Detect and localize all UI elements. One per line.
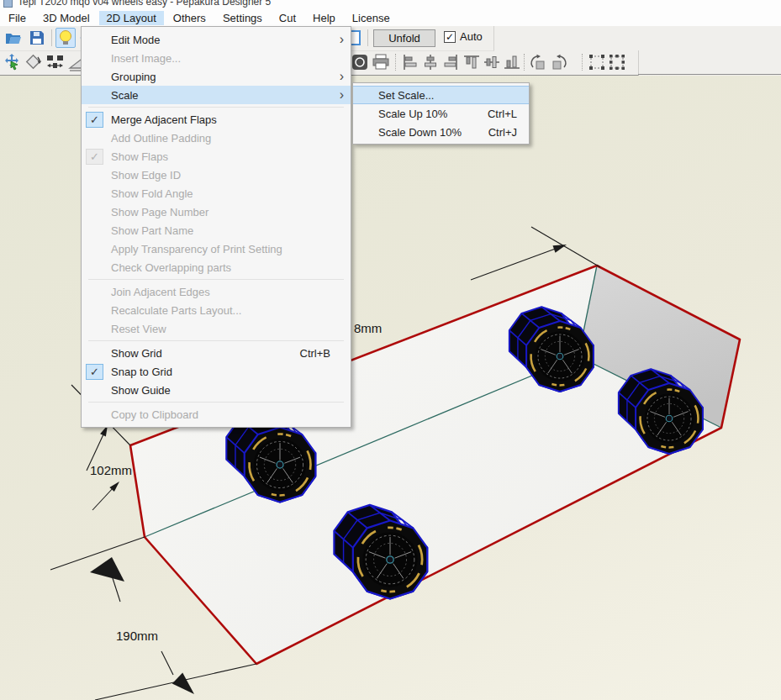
2d-layout-menu: Edit Mode › Insert Image... Grouping › S… — [81, 26, 351, 428]
submenu-item-set-scale[interactable]: Set Scale... — [353, 86, 529, 104]
menu-separator — [88, 340, 344, 341]
menubar-file[interactable]: File — [1, 11, 34, 25]
menu-item-copy-to-clipboard[interactable]: Copy to Clipboard — [82, 405, 351, 424]
align-bottom-icon[interactable] — [502, 52, 522, 72]
shortcut-label: Ctrl+B — [300, 347, 344, 360]
toolbar-separator — [582, 54, 583, 71]
bounding-box-icon[interactable] — [587, 52, 607, 72]
check-icon: ✓ — [86, 112, 103, 128]
bounding-box-handles-icon[interactable] — [607, 52, 627, 72]
submenu-item-scale-up-10[interactable]: Scale Up 10% Ctrl+L — [353, 104, 529, 123]
print-preview-icon[interactable] — [350, 52, 370, 72]
submenu-arrow-icon: › — [340, 88, 344, 102]
align-right-icon[interactable] — [441, 52, 461, 72]
dimension-label-bottom: 190mm — [116, 629, 158, 643]
auto-checkbox-label: Auto — [460, 30, 483, 43]
menu-item-recalculate-parts-layout[interactable]: Recalculate Parts Layout... — [82, 301, 351, 319]
auto-checkbox[interactable]: ✓ Auto — [444, 30, 483, 43]
menu-separator — [88, 402, 344, 403]
menu-item-edit-mode[interactable]: Edit Mode › — [82, 30, 351, 49]
menu-item-reset-view[interactable]: Reset View — [82, 319, 351, 338]
toolbar-separator — [524, 54, 525, 71]
toolbar-separator — [367, 29, 368, 46]
distribute-parts-icon[interactable] — [45, 52, 66, 72]
app-icon — [3, 0, 13, 8]
menu-item-snap-to-grid[interactable]: ✓ Snap to Grid — [82, 362, 351, 381]
menu-bar: File 3D Model 2D Layout Others Settings … — [0, 10, 781, 26]
menu-item-show-fold-angle[interactable]: Show Fold Angle — [82, 184, 351, 203]
menu-item-scale[interactable]: Scale › — [82, 86, 351, 104]
menu-item-show-edge-id[interactable]: Show Edge ID — [82, 166, 351, 184]
menu-item-apply-transparency[interactable]: Apply Transparency of Print Setting — [82, 239, 351, 258]
menu-separator — [88, 279, 344, 280]
shortcut-label: Ctrl+L — [488, 108, 517, 120]
menubar-help[interactable]: Help — [305, 11, 343, 25]
menu-item-show-guide[interactable]: Show Guide — [82, 381, 351, 399]
check-icon: ✓ — [86, 149, 103, 165]
align-middle-v-icon[interactable] — [482, 52, 502, 72]
menubar-license[interactable]: License — [345, 11, 398, 25]
menubar-settings[interactable]: Settings — [215, 11, 270, 25]
rotate-right-icon[interactable] — [549, 52, 569, 72]
menu-item-show-part-name[interactable]: Show Part Name — [82, 221, 351, 239]
rotate-part-icon[interactable] — [24, 52, 44, 72]
print-icon[interactable] — [371, 52, 391, 72]
menu-item-show-page-number[interactable]: Show Page Number — [82, 203, 351, 221]
menubar-2d-layout[interactable]: 2D Layout — [99, 11, 164, 25]
dimension-label-left: 102mm — [90, 463, 132, 477]
menu-item-add-outline-padding[interactable]: Add Outline Padding — [82, 129, 351, 147]
menu-item-join-adjacent-edges[interactable]: Join Adjacent Edges — [82, 282, 351, 301]
toolbar-separator — [51, 29, 52, 46]
scale-submenu: Set Scale... Scale Up 10% Ctrl+L Scale D… — [352, 82, 530, 145]
submenu-arrow-icon: › — [340, 33, 344, 46]
align-left-icon[interactable] — [400, 52, 420, 72]
menu-item-show-grid[interactable]: Show Grid Ctrl+B — [82, 344, 351, 362]
auto-checkbox-box[interactable]: ✓ — [444, 31, 456, 43]
title-bar: Tepi T2020 mqo v04 wheels easy - Pepakur… — [0, 0, 781, 10]
open-folder-icon[interactable] — [3, 28, 24, 48]
menu-item-insert-image[interactable]: Insert Image... — [82, 49, 351, 67]
toolbar-separator — [395, 54, 396, 71]
window-title: Tepi T2020 mqo v04 wheels easy - Pepakur… — [18, 0, 271, 8]
align-top-icon[interactable] — [462, 52, 482, 72]
menubar-others[interactable]: Others — [166, 11, 214, 25]
menubar-3d-model[interactable]: 3D Model — [35, 11, 98, 25]
shortcut-label: Ctrl+J — [488, 126, 517, 139]
menubar-cut[interactable]: Cut — [272, 11, 303, 25]
unfold-button[interactable]: Unfold — [373, 29, 435, 47]
submenu-item-scale-down-10[interactable]: Scale Down 10% Ctrl+J — [353, 123, 529, 141]
toolbar-bottom-edge — [638, 74, 781, 75]
menu-item-show-flaps[interactable]: ✓ Show Flaps — [82, 147, 351, 166]
menu-item-grouping[interactable]: Grouping › — [82, 67, 351, 86]
menu-item-merge-adjacent-flaps[interactable]: ✓ Merge Adjacent Flaps — [82, 110, 351, 129]
move-parts-icon[interactable] — [2, 52, 22, 72]
texture-light-icon[interactable] — [55, 28, 76, 48]
align-center-h-icon[interactable] — [420, 52, 441, 72]
dimension-label-top: 8mm — [354, 321, 382, 335]
save-icon[interactable] — [27, 28, 47, 48]
check-icon: ✓ — [86, 364, 103, 380]
submenu-arrow-icon: › — [340, 70, 344, 83]
rotate-left-icon[interactable] — [528, 52, 548, 72]
menu-item-check-overlapping-parts[interactable]: Check Overlapping parts — [82, 258, 351, 276]
menu-separator — [88, 107, 344, 108]
